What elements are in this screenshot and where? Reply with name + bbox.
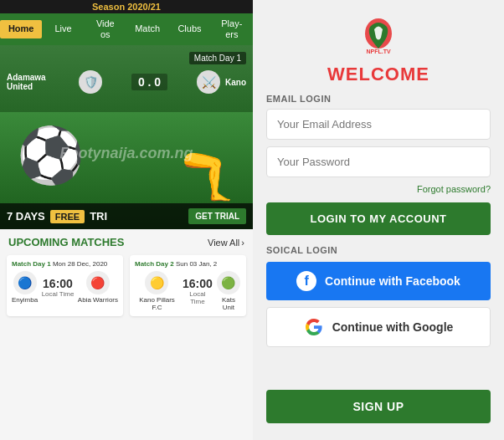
upcoming-section: UPCOMING MATCHES View All › Match Day 1 … (0, 229, 253, 440)
card1-home-name: Enyimba (12, 296, 38, 304)
match-day-label: Match Day 1 (189, 52, 246, 64)
match-banner: 🦵 ⚽ Match Day 1 Adamawa United 🛡️ 0 . 0 … (0, 45, 253, 229)
match-card-1-num: Match Day 1 (12, 260, 51, 268)
nav-home[interactable]: Home (0, 20, 42, 38)
forgot-password-link[interactable]: Forgot password? (417, 184, 491, 194)
welcome-text: WELCOME (327, 64, 429, 85)
view-all-link[interactable]: View All › (208, 238, 244, 248)
nav-players[interactable]: Play-ers (211, 15, 253, 43)
social-login-label: SOICAL LOGIN (266, 245, 337, 255)
match-card-2-body: 🟡 Kano Pillars F.C 16:00 Local Time 🟢 Ka… (135, 271, 241, 311)
upcoming-title: UPCOMING MATCHES (8, 236, 124, 248)
facebook-button-label: Continue with Facebook (325, 274, 460, 288)
upcoming-title-colored: MATCHES (71, 236, 124, 248)
nav-match[interactable]: Match (126, 20, 168, 38)
card2-home-logo: 🟡 (145, 271, 168, 294)
svg-text:NPFL.TV: NPFL.TV (366, 49, 390, 54)
card2-away-logo: 🟢 (217, 271, 240, 294)
card2-time: 16:00 (183, 277, 213, 290)
password-input[interactable] (266, 146, 491, 177)
login-button[interactable]: LOGIN TO MY ACCOUNT (266, 202, 491, 235)
team-home-name: Adamawa United (7, 73, 74, 91)
get-trial-button[interactable]: GET TRIAL (188, 208, 246, 224)
upcoming-title-plain: UPCOMING (8, 236, 71, 248)
nav-live[interactable]: Live (42, 20, 84, 38)
facebook-icon: f (296, 271, 316, 291)
signup-button[interactable]: SIGN UP (266, 390, 491, 423)
card2-time-block: 16:00 Local Time (183, 277, 213, 305)
match-card-2-date: Sun 03 Jan, 2 (176, 260, 217, 268)
nav-clubs[interactable]: Clubs (168, 20, 210, 38)
nav-bar: Home Live Videos Match Clubs Play-ers (0, 13, 253, 45)
email-login-label: EMAIL LOGIN (266, 94, 331, 104)
trial-tri: TRI (90, 210, 107, 223)
google-login-button[interactable]: Continue with Google (266, 307, 491, 347)
google-button-label: Continue with Google (332, 320, 454, 334)
match-score: 0 . 0 (131, 74, 167, 90)
google-icon (304, 317, 324, 337)
card1-away-name: Abia Warriors (78, 296, 118, 304)
free-trial-bar: 7 DAYS FREE TRI GET TRIAL (0, 203, 253, 229)
match-background: 🦵 ⚽ Match Day 1 Adamawa United 🛡️ 0 . 0 … (0, 45, 253, 229)
facebook-login-button[interactable]: f Continue with Facebook (266, 262, 491, 300)
card1-time-block: 16:00 Local Time (41, 277, 75, 298)
team-away-badge: ⚔️ (197, 70, 220, 94)
match-card-1-body: 🔵 Enyimba 16:00 Local Time 🔴 Abia Warrio… (12, 271, 118, 304)
npfl-logo: NPFL.TV (357, 17, 399, 59)
match-card-1: Match Day 1 Mon 28 Dec, 2020 🔵 Enyimba 1… (7, 255, 123, 316)
trial-days: 7 DAYS (7, 210, 45, 223)
match-card-1-date: Mon 28 Dec, 2020 (53, 260, 107, 268)
card2-home-name: Kano Pillars F.C (135, 296, 179, 311)
season-label: Season 2020/21 (0, 0, 253, 13)
email-input[interactable] (266, 109, 491, 140)
nav-videos[interactable]: Videos (85, 15, 126, 43)
card1-time: 16:00 (41, 277, 75, 290)
trial-free-badge: FREE (50, 210, 85, 223)
card1-time-label: Local Time (41, 290, 75, 298)
match-card-2-header: Match Day 2 Sun 03 Jan, 2 (135, 260, 241, 268)
team-away-name: Kano (225, 78, 246, 87)
upcoming-header: UPCOMING MATCHES View All › (0, 229, 253, 252)
match-cards-row: Match Day 1 Mon 28 Dec, 2020 🔵 Enyimba 1… (0, 252, 253, 320)
card2-away-name: Kats Unit (216, 296, 241, 311)
right-panel: NPFL.TV WELCOME EMAIL LOGIN Forgot passw… (253, 0, 504, 440)
match-score-row: Adamawa United 🛡️ 0 . 0 ⚔️ Kano (0, 70, 253, 94)
match-card-2-num: Match Day 2 (135, 260, 174, 268)
match-card-2: Match Day 2 Sun 03 Jan, 2 🟡 Kano Pillars… (130, 255, 246, 316)
card1-away-logo: 🔴 (86, 271, 110, 294)
logo-area: NPFL.TV WELCOME (327, 17, 429, 85)
left-panel: Season 2020/21 Home Live Videos Match Cl… (0, 0, 253, 440)
card2-time-label: Local Time (183, 290, 213, 305)
chevron-right-icon: › (241, 238, 244, 248)
team-home-badge: 🛡️ (79, 70, 102, 94)
watermark: Footynaija.com.ng (0, 145, 253, 162)
card1-home-logo: 🔵 (13, 271, 37, 294)
match-card-1-header: Match Day 1 Mon 28 Dec, 2020 (12, 260, 118, 268)
